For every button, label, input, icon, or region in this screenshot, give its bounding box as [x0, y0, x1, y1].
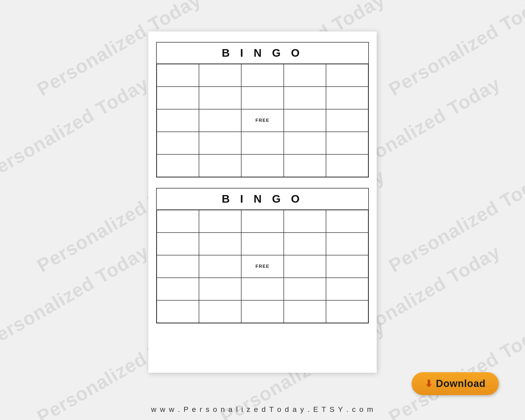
bingo-card2-cell-4-0	[157, 300, 199, 323]
download-button-label: Download	[436, 378, 486, 389]
watermark-8: Personalized Today	[385, 165, 525, 276]
bingo-card-2: B I N G O FREE	[156, 188, 369, 323]
watermark-2: Personalized Today	[385, 0, 525, 100]
bingo-card2-cell-1-1	[199, 233, 241, 255]
bingo-cell-4-1	[199, 154, 241, 177]
bingo-card2-cell-1-4	[326, 233, 368, 255]
bingo-cell-0-3	[284, 64, 326, 87]
bingo-cell-2-2-free: FREE	[241, 109, 284, 132]
bingo-card2-cell-3-3	[284, 278, 326, 300]
bingo-card2-cell-3-2	[241, 278, 284, 300]
bingo-card-1: B I N G O FREE	[156, 42, 369, 177]
bingo-card-2-title: B I N G O	[157, 188, 368, 210]
bingo-card2-cell-0-3	[284, 210, 326, 233]
bingo-cell-1-3	[284, 87, 326, 109]
bingo-card-1-grid: FREE	[157, 64, 368, 177]
bingo-cell-3-4	[326, 132, 368, 154]
bingo-card2-cell-1-0	[157, 233, 199, 255]
bingo-card2-cell-2-2-free: FREE	[241, 255, 284, 278]
bingo-cell-2-1	[199, 109, 241, 132]
bingo-card2-cell-0-4	[326, 210, 368, 233]
bingo-card2-cell-0-1	[199, 210, 241, 233]
bingo-cell-3-0	[157, 132, 199, 154]
bingo-cell-0-4	[326, 64, 368, 87]
watermark-9: Personalized Today	[0, 241, 152, 352]
bingo-card2-cell-3-4	[326, 278, 368, 300]
bingo-card2-cell-2-3	[284, 255, 326, 278]
bingo-card2-cell-4-4	[326, 300, 368, 323]
bingo-card-1-title: B I N G O	[157, 43, 368, 64]
footer-website: w w w . P e r s o n a l i z e d T o d a …	[0, 405, 525, 414]
bingo-card2-cell-1-2	[241, 233, 284, 255]
bingo-card2-cell-1-3	[284, 233, 326, 255]
bingo-cell-3-1	[199, 132, 241, 154]
bingo-card-2-grid: FREE	[157, 210, 368, 323]
bingo-cell-0-0	[157, 64, 199, 87]
bingo-card2-cell-0-2	[241, 210, 284, 233]
bingo-cell-4-2	[241, 154, 284, 177]
bingo-cell-2-4	[326, 109, 368, 132]
bingo-cell-1-2	[241, 87, 284, 109]
bingo-cell-3-3	[284, 132, 326, 154]
bingo-cell-1-1	[199, 87, 241, 109]
bingo-card2-cell-0-0	[157, 210, 199, 233]
bingo-cell-1-4	[326, 87, 368, 109]
paper-document: B I N G O FREE	[148, 32, 377, 373]
download-arrow-icon: ⬇	[425, 378, 433, 389]
bingo-card2-cell-4-1	[199, 300, 241, 323]
bingo-card2-cell-2-4	[326, 255, 368, 278]
bingo-cell-4-4	[326, 154, 368, 177]
bingo-card2-cell-3-0	[157, 278, 199, 300]
bingo-cell-2-3	[284, 109, 326, 132]
bingo-cell-4-0	[157, 154, 199, 177]
bingo-card2-cell-2-1	[199, 255, 241, 278]
bingo-cell-0-1	[199, 64, 241, 87]
bingo-card2-cell-4-3	[284, 300, 326, 323]
bingo-card2-cell-2-0	[157, 255, 199, 278]
bingo-cell-1-0	[157, 87, 199, 109]
bingo-cell-0-2	[241, 64, 284, 87]
download-button[interactable]: ⬇ Download	[412, 372, 499, 395]
bingo-card2-cell-4-2	[241, 300, 284, 323]
watermark-14: Personalized Today	[385, 316, 525, 420]
bingo-cell-2-0	[157, 109, 199, 132]
bingo-cell-4-3	[284, 154, 326, 177]
bingo-cell-3-2	[241, 132, 284, 154]
watermark-3: Personalized Today	[0, 73, 152, 184]
bingo-card2-cell-3-1	[199, 278, 241, 300]
